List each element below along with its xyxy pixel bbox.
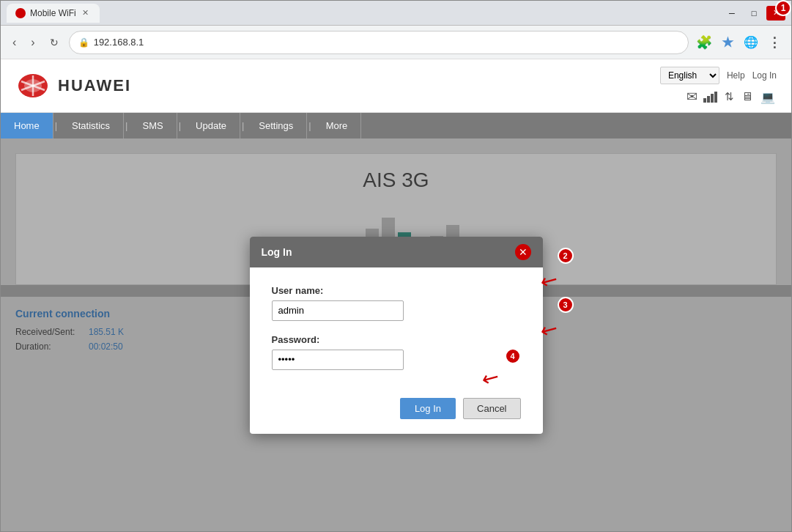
nav-statistics[interactable]: Statistics bbox=[59, 113, 124, 138]
password-label: Password: bbox=[272, 334, 521, 345]
app-nav: Home | Statistics | SMS | Update | Setti… bbox=[1, 113, 791, 138]
nav-divider-2: | bbox=[124, 113, 129, 138]
app-main: AIS 3G bbox=[1, 138, 791, 531]
logo-text: HUAWEI bbox=[58, 76, 131, 95]
tab-title: Mobile WiFi bbox=[30, 8, 76, 18]
help-link[interactable]: Help bbox=[727, 70, 745, 81]
tab-area: Mobile WiFi ✕ bbox=[7, 4, 718, 23]
reload-btn[interactable]: ↻ bbox=[45, 34, 63, 51]
secure-icon: 🔒 bbox=[78, 37, 89, 48]
url-text: 192.168.8.1 bbox=[94, 37, 679, 48]
extensions-btn[interactable]: 🧩 bbox=[695, 33, 714, 52]
cancel-btn[interactable]: Cancel bbox=[463, 398, 520, 419]
arrow-2: ↙ bbox=[536, 265, 562, 295]
device-icon: 💻 bbox=[760, 90, 775, 104]
username-input[interactable] bbox=[272, 300, 404, 321]
header-right: English 中文 Français Help Log In ✉ bbox=[660, 67, 777, 105]
nav-update[interactable]: Update bbox=[182, 113, 240, 138]
restore-btn[interactable]: □ bbox=[744, 6, 763, 21]
browser-tab[interactable]: Mobile WiFi ✕ bbox=[7, 4, 100, 23]
annotation-3: 3 bbox=[558, 297, 574, 313]
password-input[interactable] bbox=[272, 350, 404, 370]
toolbar-icons: 🧩 ★ 🌐 ⋮ bbox=[695, 33, 784, 52]
menu-btn[interactable]: ⋮ bbox=[765, 33, 784, 52]
arrow-3: ↙ bbox=[536, 314, 562, 344]
language-select[interactable]: English 中文 Français bbox=[660, 67, 719, 84]
minimize-btn[interactable]: ─ bbox=[722, 6, 741, 21]
nav-sms[interactable]: SMS bbox=[129, 113, 177, 138]
login-submit-btn[interactable]: Log In bbox=[400, 398, 456, 419]
close-btn[interactable]: ✕ 1 bbox=[766, 6, 785, 21]
username-label: User name: bbox=[272, 285, 521, 296]
app-header: HUAWEI English 中文 Français Help Log In bbox=[1, 59, 791, 113]
huawei-app: HUAWEI English 中文 Français Help Log In bbox=[1, 59, 791, 531]
url-bar[interactable]: 🔒 192.168.8.1 bbox=[69, 31, 689, 54]
modal-header: Log In ✕ bbox=[250, 237, 543, 267]
nav-divider-3: | bbox=[177, 113, 182, 138]
nav-more[interactable]: More bbox=[313, 113, 362, 138]
nav-divider-5: | bbox=[307, 113, 312, 138]
huawei-logo-icon bbox=[15, 71, 51, 100]
logo-area: HUAWEI bbox=[15, 71, 131, 100]
nav-home[interactable]: Home bbox=[1, 113, 53, 138]
nav-divider-1: | bbox=[53, 113, 59, 138]
screen-icon: 🖥 bbox=[741, 90, 753, 103]
status-icons: ✉ ⇅ 🖥 💻 bbox=[686, 89, 777, 105]
annotation-1: 1 bbox=[775, 0, 791, 16]
globe-btn[interactable]: 🌐 bbox=[741, 33, 760, 52]
login-modal: Log In ✕ User name: bbox=[250, 237, 543, 434]
browser-window: Mobile WiFi ✕ ─ □ ✕ 1 ‹ › ↻ 🔒 192.168.8.… bbox=[0, 0, 792, 532]
annotation-4: 4 bbox=[505, 348, 521, 364]
window-controls: ─ □ ✕ 1 bbox=[722, 6, 785, 21]
modal-close-icon: ✕ bbox=[519, 246, 528, 258]
username-group: User name: ↙ 2 bbox=[272, 285, 521, 321]
transfer-icon: ⇅ bbox=[725, 90, 734, 103]
modal-title: Log In bbox=[262, 246, 292, 258]
modal-close-btn[interactable]: ✕ bbox=[515, 244, 531, 260]
address-bar: ‹ › ↻ 🔒 192.168.8.1 🧩 ★ 🌐 ⋮ bbox=[1, 26, 791, 59]
page-content: HUAWEI English 中文 Français Help Log In bbox=[1, 59, 791, 531]
annotation-2: 2 bbox=[558, 248, 574, 264]
modal-overlay: Log In ✕ User name: bbox=[1, 138, 791, 531]
nav-divider-4: | bbox=[240, 113, 245, 138]
tab-favicon bbox=[15, 8, 26, 18]
back-btn[interactable]: ‹ bbox=[8, 33, 21, 52]
lang-row: English 中文 Français Help Log In bbox=[660, 67, 777, 84]
title-bar: Mobile WiFi ✕ ─ □ ✕ 1 bbox=[1, 1, 791, 26]
signal-icon bbox=[703, 92, 717, 103]
password-group: Password: ↙ 3 bbox=[272, 334, 521, 370]
mail-icon[interactable]: ✉ bbox=[686, 89, 697, 105]
login-link[interactable]: Log In bbox=[752, 70, 777, 81]
bookmark-btn[interactable]: ★ bbox=[718, 33, 737, 52]
modal-footer: ↙ 4 Log In Cancel bbox=[250, 398, 543, 434]
tab-close-btn[interactable]: ✕ bbox=[81, 8, 91, 18]
nav-settings[interactable]: Settings bbox=[245, 113, 307, 138]
forward-btn[interactable]: › bbox=[26, 33, 39, 52]
